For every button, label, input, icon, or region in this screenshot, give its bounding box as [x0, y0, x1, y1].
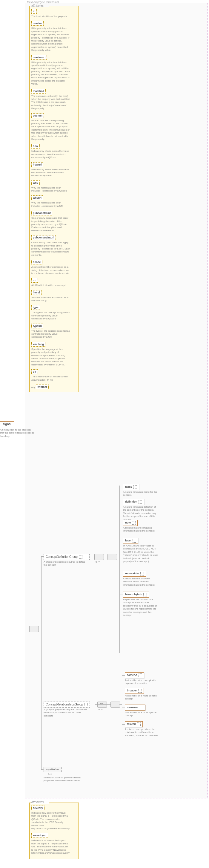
child-name[interactable]: name: [123, 484, 139, 490]
choice-indicator: [107, 554, 117, 560]
any-desc: Extension point for provider-defined pro…: [44, 776, 85, 782]
concept-relationships-group[interactable]: ConceptRelationshipsGroup: [44, 702, 90, 708]
expand-icon[interactable]: [139, 500, 142, 504]
connector: [122, 724, 125, 724]
sequence-indicator: [94, 554, 104, 560]
connector: [119, 704, 122, 705]
attribute-desc: If the property value is not defined, sp…: [31, 61, 70, 86]
attribute-pubconstrainturi: pubconstrainturi: [31, 235, 56, 240]
expand-icon[interactable]: [133, 539, 136, 542]
attributes-box-1: attributes idThe local identifier of the…: [29, 6, 79, 392]
child-related[interactable]: related: [125, 721, 143, 727]
expand-icon[interactable]: [140, 572, 144, 576]
attribute-desc: One or many constraints that apply to pu…: [31, 217, 70, 232]
occurrence: 0..∞: [48, 773, 52, 775]
child-desc: Additional natural language information …: [123, 526, 159, 533]
group2-desc: A group of properties required to indica…: [44, 708, 91, 717]
child-desc: An identifier of a more specific concept: [125, 711, 161, 717]
group1-desc: A group of properties required to define…: [44, 561, 89, 567]
attribute-desc: The type of the concept assigned as cont…: [31, 311, 70, 320]
attribute-desc: Indicates how severe the impact from the…: [31, 811, 70, 830]
connector: [95, 704, 110, 705]
connector: [116, 557, 119, 557]
attribute-desc: A URI which identifies a concept: [31, 284, 70, 287]
attribute-creatoruri: creatoruri: [31, 55, 47, 60]
attribute-type: type: [31, 305, 40, 310]
attribute-whyuri: whyuri: [31, 195, 43, 200]
connector: [41, 556, 41, 769]
child-facet[interactable]: facet: [123, 538, 138, 544]
attribute-desc: Indicates how severe the impact from the…: [31, 839, 70, 855]
attributes-box-2: attributes severityIndicates how severe …: [29, 803, 79, 859]
child-definition[interactable]: definition: [123, 499, 144, 505]
expand-icon[interactable]: [84, 703, 88, 706]
child-desc: A natural language definition of the sem…: [123, 505, 159, 521]
child-desc: A related concept, where the relationshi…: [125, 728, 161, 737]
attribute-modified: modified: [31, 89, 46, 94]
connector: [27, 424, 27, 629]
connector: [41, 769, 44, 770]
attribute-desc: The type of the concept assigned as cont…: [31, 330, 70, 339]
connector: [122, 675, 125, 676]
child-narrower[interactable]: narrower: [125, 705, 145, 711]
attribute-desc: The local identifier of the property: [31, 15, 70, 18]
expand-icon[interactable]: [138, 689, 142, 692]
child-desc: Represents the position of a concept in …: [123, 598, 159, 617]
connector: [38, 629, 41, 629]
connector: [122, 674, 122, 746]
attribute-severityuri: severityuri: [31, 833, 48, 838]
attribute-desc: Indicates by which means the value was e…: [31, 168, 70, 178]
connector: [119, 486, 120, 653]
concept-definition-group[interactable]: ConceptDefinitionGroup: [44, 554, 90, 560]
connector: [41, 704, 44, 704]
attribute-uri: uri: [31, 278, 38, 283]
attribute-desc: If the property value is not defined, sp…: [31, 27, 70, 52]
expand-icon[interactable]: [79, 555, 82, 559]
attribute-custom: custom: [31, 113, 44, 118]
attributes-title: attributes: [31, 4, 49, 7]
child-note[interactable]: note: [123, 520, 138, 526]
any-element[interactable]: any ##other: [44, 767, 62, 772]
attribute-desc: Why the metadata has been included - exp…: [31, 186, 70, 193]
occurrence: 0..∞: [99, 708, 103, 711]
expand-icon[interactable]: [137, 722, 141, 726]
expand-icon[interactable]: [140, 706, 143, 709]
child-sameAs[interactable]: sameAs: [125, 672, 144, 678]
attribute-xml-lang: xml:lang: [31, 342, 45, 347]
extension-label: Flex1PropType (extension): [27, 1, 59, 4]
attribute-literal: literal: [31, 290, 41, 295]
connector: [119, 595, 123, 595]
attribute-desc: One or many constraints that apply to pu…: [31, 241, 70, 257]
signal-element[interactable]: signal: [0, 421, 14, 427]
child-desc: An identifier of a more generic concept: [125, 694, 161, 701]
connector: [27, 629, 29, 629]
attribute-desc: The directionality of textual content (e…: [31, 375, 70, 381]
attribute-severity: severity: [31, 806, 44, 810]
attribute-desc: A concept identifier expressed as a stri…: [31, 266, 70, 275]
attribute-desc: If set to true the corresponding propert…: [31, 119, 70, 141]
attribute-desc: Indicates by which means the value was e…: [31, 150, 70, 159]
choice-indicator: [110, 702, 120, 708]
connector: [122, 691, 125, 691]
occurrence: 0..∞: [96, 561, 100, 563]
attribute-why: why: [31, 181, 40, 185]
attributes-title: attributes: [31, 801, 49, 804]
expand-icon[interactable]: [139, 674, 142, 677]
child-desc: An identifier of a concept with equivale…: [125, 679, 161, 685]
expand-icon[interactable]: [132, 521, 136, 525]
connector: [122, 708, 125, 708]
child-remoteInfo[interactable]: remoteInfo: [123, 571, 146, 577]
expand-icon[interactable]: [143, 593, 147, 596]
expand-icon[interactable]: [134, 485, 137, 489]
child-desc: In NAR 1.8 and later 'facet' is deprecat…: [123, 545, 159, 563]
connector: [119, 487, 123, 487]
connector: [91, 557, 107, 557]
sequence-indicator: [29, 626, 39, 632]
any-attribute: ##other: [36, 384, 49, 389]
connector: [15, 424, 27, 424]
sequence-indicator: [97, 702, 107, 708]
child-hierarchyInfo[interactable]: hierarchyInfo: [123, 592, 149, 597]
connector: [119, 523, 123, 523]
child-broader[interactable]: broader: [125, 688, 144, 694]
signal-desc: An instruction to the processor that the…: [0, 429, 36, 438]
